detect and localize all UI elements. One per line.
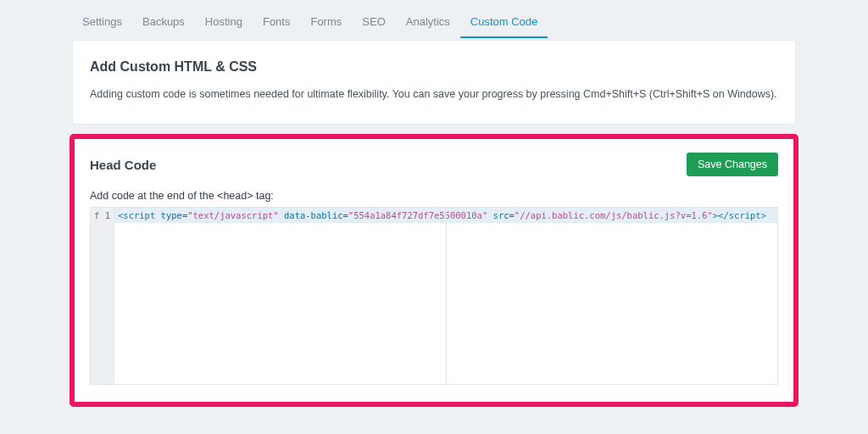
editor-split-divider — [446, 208, 447, 384]
tok: script — [123, 210, 155, 220]
fold-icon: f — [94, 210, 99, 220]
tok: type= — [161, 210, 188, 220]
tok: "text/javascript" — [187, 210, 278, 220]
tab-backups[interactable]: Backups — [132, 8, 195, 38]
line-number-1: 1 — [105, 210, 110, 220]
head-code-editor[interactable]: f 1 <script type="text/javascript" data-… — [90, 207, 778, 385]
tok: </ — [718, 210, 729, 220]
tab-analytics[interactable]: Analytics — [396, 8, 460, 38]
tab-forms[interactable]: Forms — [300, 8, 352, 38]
tab-hosting[interactable]: Hosting — [195, 8, 253, 38]
tok: data-bablic= — [284, 210, 348, 220]
intro-panel: Add Custom HTML & CSS Adding custom code… — [72, 40, 796, 125]
tab-custom-code[interactable]: Custom Code — [460, 8, 548, 38]
tab-fonts[interactable]: Fonts — [253, 8, 301, 38]
intro-description: Adding custom code is sometimes needed f… — [90, 88, 778, 100]
tab-settings[interactable]: Settings — [72, 8, 132, 38]
tok: src= — [493, 210, 515, 220]
editor-body[interactable]: <script type="text/javascript" data-babl… — [114, 208, 777, 384]
tab-seo[interactable]: SEO — [352, 8, 395, 38]
head-code-instruction: Add code at the end of the <head> tag: — [90, 190, 778, 202]
head-code-title: Head Code — [90, 158, 156, 172]
tok: "554a1a84f727df7e5500010a" — [348, 210, 487, 220]
tok: > — [761, 210, 766, 220]
save-changes-button[interactable]: Save Changes — [687, 153, 778, 176]
tok: script — [729, 210, 761, 220]
editor-gutter: f 1 — [91, 208, 114, 384]
settings-tabs: Settings Backups Hosting Fonts Forms SEO… — [72, 0, 796, 38]
intro-title: Add Custom HTML & CSS — [90, 59, 778, 75]
head-code-panel: Head Code Save Changes Add code at the e… — [72, 136, 796, 404]
tok: "//api.bablic.com/js/bablic.js?v=1.6" — [515, 210, 713, 220]
